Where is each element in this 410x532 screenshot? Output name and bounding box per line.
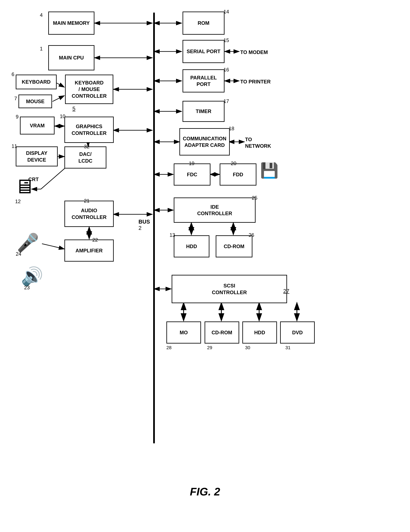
vram-label: VRAM (30, 122, 45, 129)
cdrom-ide-label: CD-ROM (224, 243, 245, 250)
dac-lcdc-box: DAC/LCDC (64, 146, 106, 169)
figure-label: FIG. 2 (190, 485, 220, 498)
ref-11: 11 (11, 143, 17, 149)
bus-label: BUS (138, 218, 150, 225)
main-memory-box: MAIN MEMORY (48, 11, 94, 35)
ref-25: 25 (252, 195, 257, 201)
ref-26: 26 (249, 232, 254, 238)
ref-27: 27 (283, 288, 289, 294)
main-cpu-label: MAIN CPU (59, 54, 84, 61)
ref-5: 5 (73, 105, 75, 112)
speaker-icon: 🔊 (21, 266, 43, 287)
cdrom-scsi-box: CD-ROM (205, 322, 239, 343)
cdrom-ide-box: CD-ROM (216, 235, 252, 257)
parallel-port-label: PARALLEL PORT (183, 74, 224, 87)
vram-box: VRAM (20, 117, 55, 134)
mouse-box: MOUSE (18, 95, 52, 108)
hdd-scsi-box: HDD (242, 322, 277, 343)
fdd-label: FDD (233, 171, 243, 178)
ref-21: 21 (84, 198, 90, 204)
rom-label: ROM (198, 20, 210, 26)
keyboard-mouse-ctrl-box: KEYBOARD/ MOUSECONTROLLER (65, 75, 113, 104)
hdd-ide-box: HDD (174, 235, 210, 257)
ref-20: 20 (231, 161, 237, 166)
svg-line-10 (53, 95, 64, 102)
hdd-ide-label: HDD (186, 243, 197, 250)
cdrom-scsi-label: CD-ROM (211, 329, 232, 336)
keyboard-mouse-ctrl-label: KEYBOARD/ MOUSECONTROLLER (72, 79, 107, 99)
comm-adapter-label: COMMUNICATIONADAPTER CARD (183, 135, 226, 148)
ref-15: 15 (223, 38, 229, 43)
svg-line-9 (57, 83, 64, 87)
ref-1: 1 (40, 46, 43, 52)
audio-ctrl-box: AUDIOCONTROLLER (64, 201, 114, 227)
ref-16: 16 (223, 67, 229, 73)
comm-adapter-box: COMMUNICATIONADAPTER CARD (179, 128, 230, 155)
ref-10: 10 (60, 114, 65, 119)
crt-label: CRT (28, 177, 39, 182)
keyboard-box: KEYBOARD (16, 75, 57, 89)
ref-28: 28 (166, 345, 172, 351)
fdc-label: FDC (187, 171, 197, 178)
to-printer-label: TO PRINTER (240, 79, 271, 85)
serial-port-box: SERIAL PORT (182, 40, 225, 63)
dac-lcdc-label: DAC/LCDC (79, 151, 92, 164)
rom-box: ROM (182, 11, 225, 35)
fdd-box: FDD (220, 163, 256, 186)
to-modem-label: TO MODEM (240, 49, 268, 55)
bus-ref: 2 (138, 225, 141, 231)
mouse-label: MOUSE (26, 98, 45, 105)
ref-7: 7 (14, 95, 17, 102)
ref-22: 22 (92, 237, 98, 243)
ide-controller-label: IDECONTROLLER (197, 204, 232, 217)
scsi-ctrl-label: SCSICONTROLLER (212, 282, 247, 295)
dvd-label: DVD (292, 329, 303, 336)
graphics-ctrl-label: GRAPHICSCONTROLLER (72, 123, 107, 136)
hdd-scsi-label: HDD (254, 329, 265, 336)
main-memory-label: MAIN MEMORY (53, 20, 90, 26)
ref-24: 24 (16, 251, 21, 257)
floppy-icon: 💾 (260, 162, 278, 179)
ref-30: 30 (245, 345, 250, 351)
keyboard-label: KEYBOARD (22, 79, 51, 85)
ref-13: 13 (170, 232, 175, 238)
ref-31: 31 (285, 345, 290, 351)
mo-label: MO (180, 329, 188, 336)
ref-4: 4 (40, 12, 43, 18)
ref-6: 6 (11, 71, 14, 77)
ref-18: 18 (229, 126, 234, 132)
main-cpu-box: MAIN CPU (48, 45, 94, 70)
ref-12: 12 (15, 199, 21, 204)
serial-port-label: SERIAL PORT (187, 48, 220, 55)
bus-line (153, 13, 155, 443)
mo-box: MO (166, 322, 201, 343)
amplifier-label: AMPLIFIER (75, 247, 103, 254)
ref-19: 19 (189, 161, 194, 166)
dvd-box: DVD (280, 322, 315, 343)
ref-32: 32 (84, 144, 90, 150)
ref-9: 9 (16, 114, 18, 120)
audio-ctrl-label: AUDIOCONTROLLER (72, 207, 107, 220)
ide-controller-box: IDECONTROLLER (174, 198, 255, 223)
ref-14: 14 (223, 9, 229, 15)
parallel-port-box: PARALLEL PORT (182, 69, 225, 93)
timer-label: TIMER (196, 108, 211, 114)
fdc-box: FDC (174, 163, 210, 186)
scsi-ctrl-box: SCSICONTROLLER (172, 275, 287, 303)
ref-29: 29 (207, 345, 212, 351)
mic-icon: 🎤 (17, 232, 39, 253)
svg-line-34 (42, 244, 64, 249)
timer-box: TIMER (182, 101, 225, 122)
diagram: MAIN MEMORY 4 ROM 14 MAIN CPU 1 SERIAL P… (0, 0, 410, 511)
svg-line-32 (41, 168, 65, 189)
amplifier-box: AMPLIFIER (64, 239, 114, 262)
ref-23: 23 (24, 285, 30, 291)
ref-17: 17 (223, 98, 229, 104)
display-device-label: DISPLAYDEVICE (26, 150, 47, 163)
to-network-label: TONETWORK (245, 136, 271, 149)
graphics-ctrl-box: GRAPHICSCONTROLLER (64, 117, 114, 143)
display-device-box: DISPLAYDEVICE (16, 146, 58, 166)
